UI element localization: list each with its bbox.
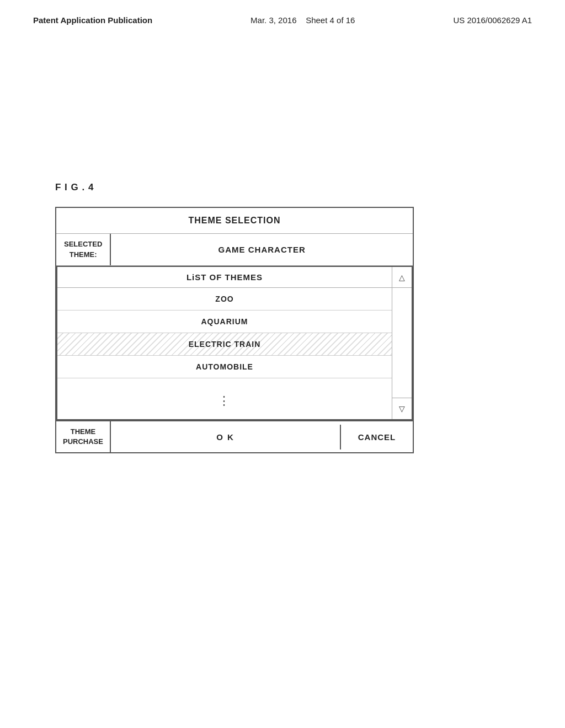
selected-theme-value: GAME CHARACTER <box>111 245 413 254</box>
theme-purchase-button[interactable]: THEMEPURCHASE <box>56 421 111 452</box>
patent-number: US 2016/0062629 A1 <box>453 15 532 25</box>
figure-label: F I G . 4 <box>55 182 94 193</box>
theme-selection-dialog: THEME SELECTION SELECTEDTHEME: GAME CHAR… <box>55 207 414 453</box>
scroll-up-button[interactable]: △ <box>392 267 412 288</box>
page-header: Patent Application Publication Mar. 3, 2… <box>0 0 565 25</box>
list-main: LiST OF THEMES ZOO AQUARIUM ELECTRIC TRA… <box>57 267 392 419</box>
list-item-selected[interactable]: ELECTRIC TRAIN <box>57 333 392 356</box>
list-more-indicator: ⋮ <box>57 378 392 419</box>
selected-theme-row: SELECTEDTHEME: GAME CHARACTER <box>56 234 413 266</box>
list-section: LiST OF THEMES ZOO AQUARIUM ELECTRIC TRA… <box>56 266 413 420</box>
cancel-button[interactable]: CANCEL <box>341 425 413 449</box>
selected-theme-label: SELECTEDTHEME: <box>56 234 111 265</box>
list-item[interactable]: AQUARIUM <box>57 311 392 333</box>
publication-date: Mar. 3, 2016 Sheet 4 of 16 <box>250 15 355 25</box>
dialog-title: THEME SELECTION <box>56 208 413 234</box>
list-item[interactable]: AUTOMOBILE <box>57 356 392 378</box>
scroll-down-button[interactable]: ▽ <box>392 398 412 419</box>
scroll-track <box>392 288 412 398</box>
dialog-footer: THEMEPURCHASE O K CANCEL <box>56 420 413 452</box>
list-header: LiST OF THEMES <box>57 267 392 288</box>
publication-label: Patent Application Publication <box>33 15 152 25</box>
ok-button[interactable]: O K <box>111 425 341 449</box>
list-scrollbar: △ ▽ <box>392 267 412 419</box>
list-item[interactable]: ZOO <box>57 288 392 311</box>
